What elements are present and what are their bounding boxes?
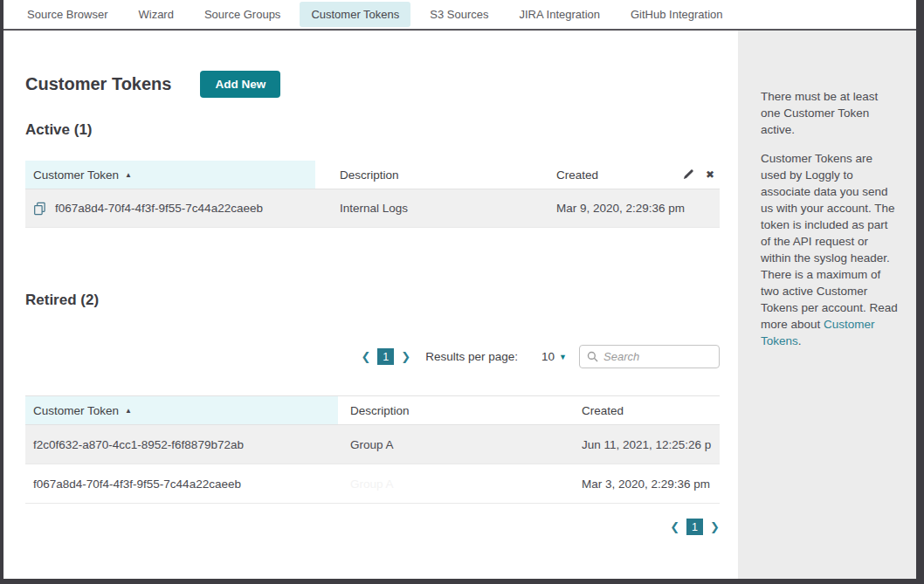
settings-tab-bar: Source Browser Wizard Source Groups Cust…	[3, 0, 916, 31]
chevron-right-icon[interactable]: ❯	[710, 521, 720, 532]
active-section-heading: Active (1)	[25, 121, 738, 139]
search-icon	[587, 351, 598, 362]
active-table-header: Customer Token ▲ Description Created ✖	[25, 161, 720, 189]
app-window: Source Browser Wizard Source Groups Cust…	[3, 0, 916, 579]
table-row[interactable]: f067a8d4-70f4-4f3f-9f55-7c44a22caeeb Int…	[25, 189, 720, 228]
token-created: Mar 9, 2020, 2:29:36 pm	[556, 202, 720, 215]
token-value: f067a8d4-70f4-4f3f-9f55-7c44a22caeeb	[25, 478, 338, 491]
add-new-button[interactable]: Add New	[200, 71, 280, 98]
pagination-bottom: ❮ 1 ❯	[25, 519, 720, 535]
column-header-label: Customer Token	[33, 404, 119, 417]
table-row[interactable]: f2c0f632-a870-4cc1-8952-f6f8879b72ab Gro…	[25, 425, 720, 464]
copy-icon[interactable]	[33, 202, 46, 216]
retired-tokens-table: Customer Token ▲ Description Created f2c…	[25, 395, 720, 504]
column-header-label: Customer Token	[33, 168, 119, 182]
column-header-created[interactable]: Created ✖	[556, 161, 720, 189]
retired-table-header: Customer Token ▲ Description Created	[25, 396, 720, 425]
sort-asc-icon: ▲	[125, 407, 132, 415]
token-description: Group A	[338, 438, 582, 451]
tab-source-browser[interactable]: Source Browser	[16, 2, 119, 27]
token-value: f067a8d4-70f4-4f3f-9f55-7c44a22caeeb	[55, 202, 263, 215]
token-created: Jun 11, 2021, 12:25:26 p	[582, 438, 720, 451]
help-text: .	[798, 334, 802, 347]
token-value: f2c0f632-a870-4cc1-8952-f6f8879b72ab	[25, 438, 338, 451]
help-text: Customer Tokens are used by Loggly to as…	[761, 152, 898, 331]
column-header-customer-token[interactable]: Customer Token ▲	[25, 161, 315, 189]
main-content: Customer Tokens Add New Active (1) Custo…	[3, 31, 738, 579]
column-header-label: Created	[556, 168, 598, 182]
results-per-page-dropdown[interactable]: 10 ▼	[541, 350, 567, 363]
token-description: Internal Logs	[315, 202, 556, 215]
close-icon[interactable]: ✖	[706, 168, 714, 181]
results-per-page-value: 10	[541, 350, 555, 363]
tab-source-groups[interactable]: Source Groups	[193, 2, 292, 27]
table-row[interactable]: f067a8d4-70f4-4f3f-9f55-7c44a22caeeb Gro…	[25, 464, 720, 504]
tab-customer-tokens[interactable]: Customer Tokens	[300, 2, 410, 27]
chevron-left-icon[interactable]: ❮	[361, 351, 370, 362]
chevron-left-icon[interactable]: ❮	[670, 521, 679, 532]
pagination-top: ❮ 1 ❯	[361, 348, 410, 365]
edit-pencil-icon[interactable]	[682, 168, 694, 181]
help-paragraph: There must be at least one Customer Toke…	[761, 88, 900, 138]
search-box	[579, 345, 720, 368]
column-header-customer-token[interactable]: Customer Token ▲	[25, 396, 338, 424]
search-input[interactable]	[603, 350, 712, 363]
tab-github-integration[interactable]: GitHub Integration	[619, 2, 734, 27]
caret-down-icon: ▼	[559, 353, 567, 361]
tab-wizard[interactable]: Wizard	[127, 2, 184, 27]
results-per-page-label: Results per page:	[425, 350, 518, 363]
tab-s3-sources[interactable]: S3 Sources	[418, 2, 500, 27]
column-header-description[interactable]: Description	[315, 161, 556, 189]
page-title: Customer Tokens	[25, 74, 171, 94]
page-number-button[interactable]: 1	[377, 348, 394, 365]
column-header-created[interactable]: Created	[582, 396, 720, 424]
tab-jira-integration[interactable]: JIRA Integration	[508, 2, 612, 27]
chevron-right-icon[interactable]: ❯	[401, 351, 410, 362]
page-number-button[interactable]: 1	[686, 519, 703, 535]
column-header-description[interactable]: Description	[338, 396, 582, 424]
sort-asc-icon: ▲	[125, 171, 132, 179]
token-created: Mar 3, 2020, 2:29:36 pm	[582, 478, 720, 491]
help-sidebar: There must be at least one Customer Toke…	[738, 31, 916, 579]
active-tokens-table: Customer Token ▲ Description Created ✖	[25, 161, 720, 228]
token-description-ghost: Group A	[338, 478, 582, 491]
retired-section-heading: Retired (2)	[25, 292, 738, 309]
retired-table-toolbar: ❮ 1 ❯ Results per page: 10 ▼	[25, 345, 720, 368]
help-paragraph: Customer Tokens are used by Loggly to as…	[761, 150, 900, 349]
